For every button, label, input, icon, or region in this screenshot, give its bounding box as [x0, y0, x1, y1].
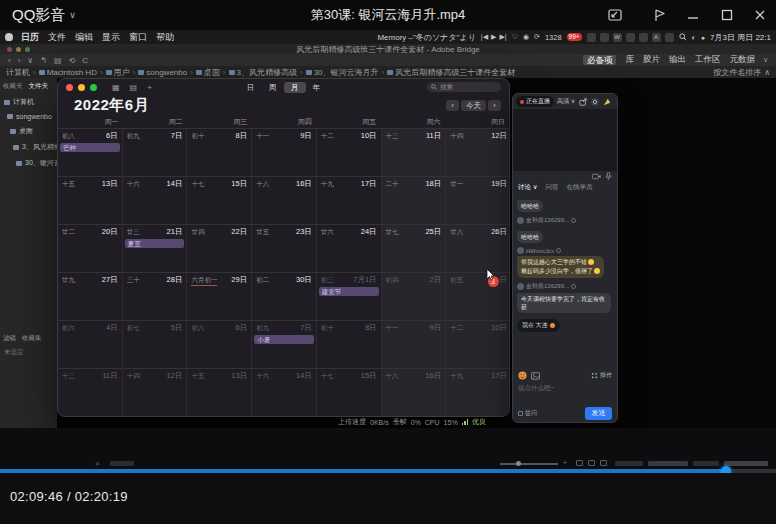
microphone-icon[interactable]: [605, 172, 612, 180]
close-icon[interactable]: ✕: [95, 460, 100, 467]
breadcrumb-item[interactable]: songwenbo: [138, 68, 187, 77]
heart-icon[interactable]: ♡: [512, 33, 518, 41]
window-control-dot[interactable]: [16, 47, 21, 52]
calendar-day-cell[interactable]: 初三7月1日建党节: [317, 273, 382, 320]
actions-button[interactable]: 操作: [591, 371, 612, 380]
menubar-menu-item[interactable]: 文件: [48, 31, 66, 44]
calendar-day-cell[interactable]: 初八6日芒种: [58, 129, 123, 176]
calendar-day-cell[interactable]: 廿七25日: [382, 225, 447, 272]
calendar-day-cell[interactable]: 十六14日: [123, 177, 188, 224]
workspace-tab[interactable]: 胶片: [643, 54, 660, 66]
bridge-tool-icon[interactable]: ›: [18, 56, 21, 65]
add-event-button[interactable]: +: [147, 83, 152, 92]
window-control-dot[interactable]: [7, 47, 12, 52]
search-icon[interactable]: [679, 33, 687, 41]
calendar-grid[interactable]: 初八6日芒种初九7日初十8日十一9日十二10日十三11日十四12日十五13日十六…: [58, 128, 510, 416]
chat-tab-1[interactable]: 讨论 ∨: [518, 183, 538, 192]
calendar-window-controls[interactable]: [66, 84, 102, 91]
calendar-day-cell[interactable]: 十五13日: [187, 369, 252, 416]
workspace-tab[interactable]: 输出: [669, 54, 686, 66]
menubar-menu-item[interactable]: 编辑: [75, 31, 93, 44]
menubar-app-icons[interactable]: WA: [587, 33, 674, 42]
calendar-day-cell[interactable]: 十五13日: [58, 177, 123, 224]
chat-input-field[interactable]: 说点什么吧~: [513, 382, 617, 404]
camera-icon[interactable]: [592, 173, 601, 180]
menubar-app-icon[interactable]: W: [613, 33, 622, 42]
calendar-day-cell[interactable]: 十九17日: [446, 369, 510, 416]
ask-question-toggle[interactable]: 提问: [518, 409, 537, 418]
breadcrumb-item[interactable]: 用户: [106, 67, 130, 78]
window-control-dot[interactable]: [25, 47, 30, 52]
bridge-tool-icon[interactable]: ▤: [54, 56, 62, 65]
mini-mode-button[interactable]: [650, 7, 668, 23]
calendar-day-cell[interactable]: 初八6日: [187, 321, 252, 368]
thumbnail-size-slider[interactable]: [500, 463, 558, 465]
calendar-day-cell[interactable]: 廿三21日夏至: [123, 225, 188, 272]
calendar-day-cell[interactable]: 十六14日: [252, 369, 317, 416]
calendar-search-field[interactable]: 搜索: [427, 82, 501, 92]
view-tab-日[interactable]: 日: [240, 82, 262, 93]
calendar-day-cell[interactable]: 初四2日: [382, 273, 447, 320]
calendar-day-cell[interactable]: 六月初一29日: [187, 273, 252, 320]
calendar-day-cell[interactable]: 十四12日: [123, 369, 188, 416]
chat-tab-2[interactable]: 问答: [546, 183, 559, 192]
media-transport-icons[interactable]: |◀▶▶|: [481, 33, 507, 41]
menubar-menu-item[interactable]: 显示: [102, 31, 120, 44]
calendar-day-cell[interactable]: 十八16日: [382, 369, 447, 416]
bridge-tool-icon[interactable]: ∨: [27, 56, 33, 65]
calendar-day-cell[interactable]: 十二10日: [446, 321, 510, 368]
workspace-tab[interactable]: 库: [625, 54, 634, 66]
menubar-app-icon[interactable]: [600, 33, 609, 42]
calendar-day-cell[interactable]: 廿二20日: [58, 225, 123, 272]
sidebar-panel-tab[interactable]: 收藏夹: [3, 82, 23, 91]
calendar-day-cell[interactable]: 初六4日: [58, 321, 123, 368]
view-tab-周[interactable]: 周: [262, 82, 284, 93]
chat-message-list[interactable]: 哈哈哈金秋雨136299...哈哈哈HWxxxJcx带我这趟心大三学的不错最起码…: [513, 193, 617, 369]
share-icon[interactable]: [579, 98, 587, 106]
settings-gear-icon[interactable]: [591, 98, 599, 106]
calendar-day-cell[interactable]: 廿九27日: [58, 273, 123, 320]
menubar-menu-item[interactable]: 帮助: [156, 31, 174, 44]
menubar-app-icon[interactable]: [639, 33, 648, 42]
calendar-event[interactable]: 小暑: [254, 335, 314, 344]
minimize-dot[interactable]: [78, 84, 85, 91]
bridge-tool-icon[interactable]: ⟲: [68, 56, 75, 65]
breadcrumb-item[interactable]: 3、风光精修高级: [229, 67, 297, 78]
grid-view-icon[interactable]: [576, 460, 583, 466]
image-icon[interactable]: [531, 372, 540, 380]
view-tab-月[interactable]: 月: [284, 82, 306, 93]
calendar-day-cell[interactable]: 十七15日: [317, 369, 382, 416]
calendar-day-cell[interactable]: 十一9日: [382, 321, 447, 368]
sort-control[interactable]: 按文件名排序 ∧: [713, 67, 770, 78]
bridge-tool-icon[interactable]: ‹: [8, 56, 11, 65]
calendar-day-cell[interactable]: 十四12日: [446, 129, 510, 176]
bridge-tool-icon[interactable]: ↰: [40, 56, 47, 65]
calendar-day-cell[interactable]: 初九7日小暑: [252, 321, 317, 368]
menubar-app-menu[interactable]: 日历: [21, 31, 39, 44]
inbox-icon[interactable]: ▤: [130, 83, 138, 92]
sidebar-folder-item[interactable]: 30、银河云海月升: [0, 155, 57, 171]
breadcrumb[interactable]: 计算机›Macintosh HD›用户›songwenbo›桌面›3、风光精修高…: [6, 67, 515, 78]
plus-icon[interactable]: +: [563, 459, 567, 466]
calendar-day-cell[interactable]: 十一9日: [252, 129, 317, 176]
calendar-view-icon[interactable]: ▦: [112, 83, 120, 92]
calendar-day-cell[interactable]: 十二10日: [317, 129, 382, 176]
breadcrumb-item[interactable]: Macintosh HD: [39, 68, 97, 77]
media-transport-icon[interactable]: ▶|: [499, 33, 506, 41]
breadcrumb-item[interactable]: 30、银河云海月升: [306, 67, 379, 78]
teacher-video-area[interactable]: [513, 109, 617, 171]
filter-panel-tab[interactable]: 收藏集: [22, 334, 42, 343]
app-menu-button[interactable]: QQ影音 ∨: [12, 6, 76, 25]
workspace-tab[interactable]: 必备项: [583, 55, 617, 65]
calendar-day-cell[interactable]: 二十18日: [382, 177, 447, 224]
calendar-event[interactable]: 建党节: [319, 287, 379, 296]
calendar-event[interactable]: 夏至: [125, 239, 185, 248]
calendar-day-cell[interactable]: 十七15日: [187, 177, 252, 224]
calendar-day-cell[interactable]: 初九7日: [123, 129, 188, 176]
calendar-day-cell[interactable]: 廿六24日: [317, 225, 382, 272]
menubar-app-icon[interactable]: [587, 33, 596, 42]
calendar-day-cell[interactable]: 廿八26日: [446, 225, 510, 272]
workspace-tab[interactable]: 工作区: [695, 54, 721, 66]
prev-month-button[interactable]: ‹: [446, 100, 459, 111]
minimize-button[interactable]: [684, 7, 702, 23]
